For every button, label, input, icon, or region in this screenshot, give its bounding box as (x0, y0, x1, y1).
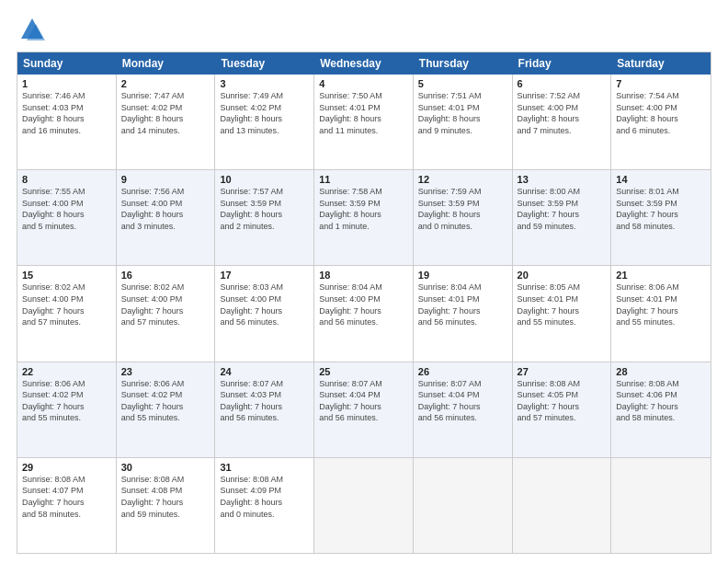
day-info: Sunrise: 7:57 AM Sunset: 3:59 PM Dayligh… (220, 186, 309, 232)
day-number: 28 (616, 366, 706, 377)
day-info: Sunrise: 8:00 AM Sunset: 3:59 PM Dayligh… (518, 186, 607, 232)
day-info: Sunrise: 8:08 AM Sunset: 4:05 PM Dayligh… (518, 378, 607, 424)
day-info: Sunrise: 8:06 AM Sunset: 4:02 PM Dayligh… (121, 378, 210, 424)
day-info: Sunrise: 8:08 AM Sunset: 4:09 PM Dayligh… (220, 474, 309, 520)
calendar-cell: 11Sunrise: 7:58 AM Sunset: 3:59 PM Dayli… (314, 170, 414, 265)
calendar-cell (513, 458, 612, 553)
calendar-cell: 31Sunrise: 8:08 AM Sunset: 4:09 PM Dayli… (215, 458, 314, 553)
day-info: Sunrise: 8:03 AM Sunset: 4:00 PM Dayligh… (220, 282, 309, 327)
day-info: Sunrise: 8:01 AM Sunset: 3:59 PM Dayligh… (616, 186, 706, 232)
day-number: 26 (418, 366, 507, 377)
calendar-header-cell: Monday (117, 52, 216, 75)
day-info: Sunrise: 8:07 AM Sunset: 4:04 PM Dayligh… (319, 378, 408, 424)
calendar-cell: 27Sunrise: 8:08 AM Sunset: 4:05 PM Dayli… (513, 362, 612, 457)
calendar-cell: 13Sunrise: 8:00 AM Sunset: 3:59 PM Dayli… (513, 170, 612, 265)
calendar-grid-wrapper: 1Sunrise: 7:46 AM Sunset: 4:03 PM Daylig… (17, 75, 711, 554)
day-info: Sunrise: 7:58 AM Sunset: 3:59 PM Dayligh… (319, 186, 408, 232)
calendar-cell: 10Sunrise: 7:57 AM Sunset: 3:59 PM Dayli… (215, 170, 314, 265)
day-info: Sunrise: 8:08 AM Sunset: 4:08 PM Dayligh… (121, 474, 210, 520)
day-number: 17 (220, 270, 309, 281)
day-info: Sunrise: 7:46 AM Sunset: 4:03 PM Dayligh… (22, 90, 111, 136)
calendar-row: 29Sunrise: 8:08 AM Sunset: 4:07 PM Dayli… (17, 458, 711, 553)
calendar-cell: 18Sunrise: 8:04 AM Sunset: 4:00 PM Dayli… (314, 266, 414, 361)
day-number: 24 (220, 366, 309, 377)
calendar-header: SundayMondayTuesdayWednesdayThursdayFrid… (17, 52, 711, 75)
calendar-cell: 26Sunrise: 8:07 AM Sunset: 4:04 PM Dayli… (414, 362, 513, 457)
calendar-cell: 22Sunrise: 8:06 AM Sunset: 4:02 PM Dayli… (17, 362, 117, 457)
calendar: SundayMondayTuesdayWednesdayThursdayFrid… (17, 52, 711, 554)
day-number: 20 (518, 270, 607, 281)
page: SundayMondayTuesdayWednesdayThursdayFrid… (0, 0, 728, 563)
day-number: 25 (319, 366, 408, 377)
day-number: 15 (22, 270, 111, 281)
day-number: 10 (220, 174, 309, 185)
day-number: 18 (319, 270, 408, 281)
calendar-header-wrapper: SundayMondayTuesdayWednesdayThursdayFrid… (17, 52, 711, 75)
day-number: 5 (418, 78, 507, 89)
day-number: 23 (121, 366, 210, 377)
day-number: 2 (121, 78, 210, 89)
day-number: 11 (319, 174, 408, 185)
header (17, 17, 711, 42)
calendar-row: 1Sunrise: 7:46 AM Sunset: 4:03 PM Daylig… (17, 75, 711, 170)
calendar-cell: 29Sunrise: 8:08 AM Sunset: 4:07 PM Dayli… (17, 458, 117, 553)
calendar-cell: 7Sunrise: 7:54 AM Sunset: 4:00 PM Daylig… (611, 75, 711, 169)
day-info: Sunrise: 7:55 AM Sunset: 4:00 PM Dayligh… (22, 186, 111, 232)
day-info: Sunrise: 8:04 AM Sunset: 4:01 PM Dayligh… (418, 282, 507, 327)
day-number: 14 (616, 174, 706, 185)
calendar-row: 22Sunrise: 8:06 AM Sunset: 4:02 PM Dayli… (17, 362, 711, 458)
calendar-header-cell: Saturday (611, 52, 711, 75)
calendar-cell: 23Sunrise: 8:06 AM Sunset: 4:02 PM Dayli… (117, 362, 216, 457)
calendar-cell: 1Sunrise: 7:46 AM Sunset: 4:03 PM Daylig… (17, 75, 117, 169)
day-info: Sunrise: 8:02 AM Sunset: 4:00 PM Dayligh… (22, 282, 111, 327)
calendar-cell: 17Sunrise: 8:03 AM Sunset: 4:00 PM Dayli… (215, 266, 314, 361)
day-info: Sunrise: 8:04 AM Sunset: 4:00 PM Dayligh… (319, 282, 408, 327)
day-number: 27 (518, 366, 607, 377)
calendar-cell: 14Sunrise: 8:01 AM Sunset: 3:59 PM Dayli… (611, 170, 711, 265)
day-info: Sunrise: 7:47 AM Sunset: 4:02 PM Dayligh… (121, 90, 210, 136)
calendar-cell: 2Sunrise: 7:47 AM Sunset: 4:02 PM Daylig… (117, 75, 216, 169)
day-info: Sunrise: 8:02 AM Sunset: 4:00 PM Dayligh… (121, 282, 210, 327)
calendar-cell: 21Sunrise: 8:06 AM Sunset: 4:01 PM Dayli… (611, 266, 711, 361)
calendar-cell: 28Sunrise: 8:08 AM Sunset: 4:06 PM Dayli… (611, 362, 711, 457)
calendar-row: 8Sunrise: 7:55 AM Sunset: 4:00 PM Daylig… (17, 170, 711, 266)
day-number: 21 (616, 270, 706, 281)
day-info: Sunrise: 7:51 AM Sunset: 4:01 PM Dayligh… (418, 90, 507, 136)
calendar-header-cell: Thursday (414, 52, 513, 75)
calendar-cell (414, 458, 513, 553)
calendar-header-cell: Tuesday (215, 52, 314, 75)
calendar-cell: 30Sunrise: 8:08 AM Sunset: 4:08 PM Dayli… (117, 458, 216, 553)
calendar-cell: 3Sunrise: 7:49 AM Sunset: 4:02 PM Daylig… (215, 75, 314, 169)
calendar-cell: 25Sunrise: 8:07 AM Sunset: 4:04 PM Dayli… (314, 362, 414, 457)
day-info: Sunrise: 7:59 AM Sunset: 3:59 PM Dayligh… (418, 186, 507, 232)
day-info: Sunrise: 7:52 AM Sunset: 4:00 PM Dayligh… (518, 90, 607, 136)
day-info: Sunrise: 7:50 AM Sunset: 4:01 PM Dayligh… (319, 90, 408, 136)
day-number: 30 (121, 462, 210, 473)
calendar-cell: 24Sunrise: 8:07 AM Sunset: 4:03 PM Dayli… (215, 362, 314, 457)
calendar-cell: 12Sunrise: 7:59 AM Sunset: 3:59 PM Dayli… (414, 170, 513, 265)
logo (17, 17, 45, 42)
calendar-cell: 20Sunrise: 8:05 AM Sunset: 4:01 PM Dayli… (513, 266, 612, 361)
day-number: 16 (121, 270, 210, 281)
day-number: 6 (518, 78, 607, 89)
calendar-header-cell: Wednesday (314, 52, 414, 75)
calendar-cell (611, 458, 711, 553)
calendar-cell: 8Sunrise: 7:55 AM Sunset: 4:00 PM Daylig… (17, 170, 117, 265)
day-number: 7 (616, 78, 706, 89)
day-info: Sunrise: 7:54 AM Sunset: 4:00 PM Dayligh… (616, 90, 706, 136)
day-number: 12 (418, 174, 507, 185)
calendar-cell: 9Sunrise: 7:56 AM Sunset: 4:00 PM Daylig… (117, 170, 216, 265)
logo-icon (19, 17, 45, 42)
calendar-cell: 15Sunrise: 8:02 AM Sunset: 4:00 PM Dayli… (17, 266, 117, 361)
day-number: 3 (220, 78, 309, 89)
day-number: 29 (22, 462, 111, 473)
day-number: 22 (22, 366, 111, 377)
day-number: 31 (220, 462, 309, 473)
day-info: Sunrise: 8:06 AM Sunset: 4:01 PM Dayligh… (616, 282, 706, 327)
day-info: Sunrise: 7:49 AM Sunset: 4:02 PM Dayligh… (220, 90, 309, 136)
day-info: Sunrise: 8:05 AM Sunset: 4:01 PM Dayligh… (518, 282, 607, 327)
calendar-cell: 5Sunrise: 7:51 AM Sunset: 4:01 PM Daylig… (414, 75, 513, 169)
calendar-cell: 16Sunrise: 8:02 AM Sunset: 4:00 PM Dayli… (117, 266, 216, 361)
day-number: 13 (518, 174, 607, 185)
day-number: 1 (22, 78, 111, 89)
